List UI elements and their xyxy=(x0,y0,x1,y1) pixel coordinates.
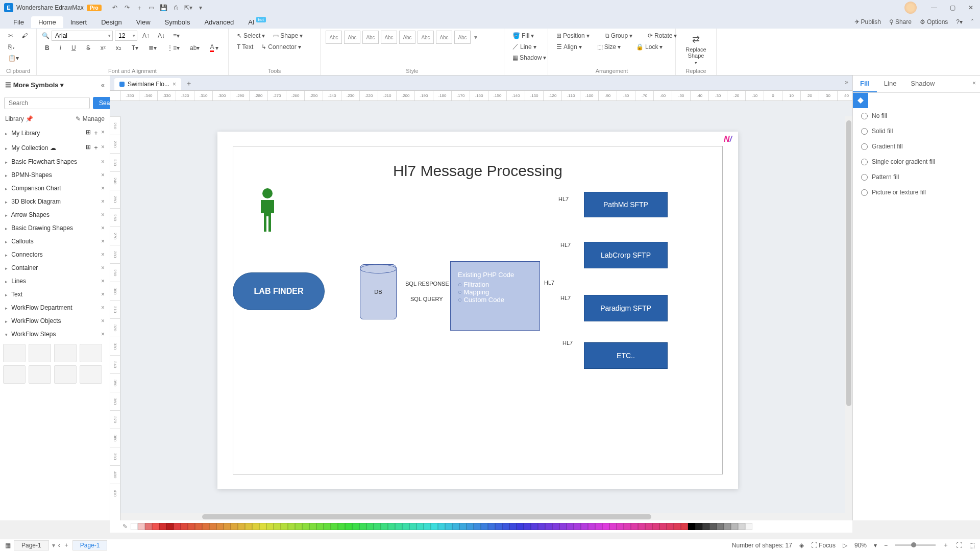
color-swatch[interactable] xyxy=(574,523,581,530)
color-swatch[interactable] xyxy=(181,523,188,530)
zoom-in-button[interactable]: ＋ xyxy=(943,541,949,549)
color-swatch[interactable] xyxy=(231,523,238,530)
color-swatch[interactable] xyxy=(467,523,474,530)
underline-button[interactable]: U xyxy=(68,43,79,53)
color-swatch[interactable] xyxy=(659,523,667,530)
color-swatch[interactable] xyxy=(645,523,652,530)
color-swatch[interactable] xyxy=(602,523,609,530)
color-swatch[interactable] xyxy=(388,523,395,530)
color-swatch[interactable] xyxy=(631,523,638,530)
library-category[interactable]: ▸ Comparison Chart× xyxy=(0,182,110,195)
color-swatch[interactable] xyxy=(488,523,495,530)
undo-button[interactable]: ↶ xyxy=(110,3,120,13)
color-swatch[interactable] xyxy=(545,523,552,530)
color-swatch[interactable] xyxy=(316,523,324,530)
color-swatch[interactable] xyxy=(402,523,409,530)
menu-ai[interactable]: AIhot xyxy=(241,16,273,28)
color-swatch[interactable] xyxy=(166,523,174,530)
line-spacing-button[interactable]: ≣▾ xyxy=(145,43,160,53)
fill-option[interactable]: Single color gradient fill xyxy=(853,154,980,169)
color-swatch[interactable] xyxy=(717,523,724,530)
share-button[interactable]: ⚲ Share xyxy=(889,18,912,26)
color-swatch[interactable] xyxy=(345,523,352,530)
fill-option[interactable]: Solid fill xyxy=(853,123,980,139)
replace-shape-button[interactable]: ⇄ Replace Shape ▾ xyxy=(681,31,711,67)
color-swatch[interactable] xyxy=(374,523,381,530)
library-category[interactable]: ▸ Basic Drawing Shapes× xyxy=(0,221,110,235)
color-swatch[interactable] xyxy=(731,523,738,530)
color-swatch[interactable] xyxy=(416,523,424,530)
style-preset[interactable]: Abc xyxy=(344,31,360,44)
color-swatch[interactable] xyxy=(359,523,366,530)
page-view-icon[interactable]: ▦ xyxy=(5,542,11,549)
library-category[interactable]: ▸ WorkFlow Department× xyxy=(0,301,110,314)
library-category[interactable]: ▸ WorkFlow Objects× xyxy=(0,314,110,328)
color-swatch[interactable] xyxy=(609,523,617,530)
library-category[interactable]: ▸ Basic Flowchart Shapes× xyxy=(0,155,110,168)
color-swatch[interactable] xyxy=(452,523,459,530)
color-swatch[interactable] xyxy=(738,523,745,530)
page-prev-button[interactable]: ‹ xyxy=(58,542,60,549)
publish-button[interactable]: ✈ Publish xyxy=(854,18,881,26)
color-swatch[interactable] xyxy=(352,523,359,530)
layers-icon[interactable]: ◈ xyxy=(799,542,804,549)
color-swatch[interactable] xyxy=(531,523,538,530)
italic-button[interactable]: I xyxy=(57,43,64,53)
collapse-ribbon-button[interactable]: ˄ xyxy=(971,18,974,26)
color-swatch[interactable] xyxy=(552,523,559,530)
color-swatch[interactable] xyxy=(152,523,159,530)
fill-option[interactable]: Gradient fill xyxy=(853,139,980,154)
text-tool-button[interactable]: T Text xyxy=(234,42,256,52)
color-swatch[interactable] xyxy=(688,523,695,530)
export-button[interactable]: ⇱▾ xyxy=(183,3,193,13)
menu-view[interactable]: View xyxy=(129,16,158,28)
eyedropper-icon[interactable]: ✎ xyxy=(122,523,128,530)
color-swatch[interactable] xyxy=(517,523,524,530)
symbol-thumb[interactable] xyxy=(80,365,102,384)
style-preset[interactable]: Abc xyxy=(454,31,471,44)
color-swatch[interactable] xyxy=(259,523,266,530)
minimize-button[interactable]: — xyxy=(925,0,943,15)
labfinder-shape[interactable]: LAB FINDER xyxy=(233,272,325,310)
color-swatch[interactable] xyxy=(381,523,388,530)
strike-button[interactable]: S̶ xyxy=(83,43,93,53)
menu-design[interactable]: Design xyxy=(94,16,129,28)
color-swatch[interactable] xyxy=(252,523,259,530)
color-swatch[interactable] xyxy=(324,523,331,530)
close-button[interactable]: ✕ xyxy=(962,0,980,15)
fill-option[interactable]: Picture or texture fill xyxy=(853,185,980,200)
color-swatch[interactable] xyxy=(495,523,502,530)
color-swatch[interactable] xyxy=(674,523,681,530)
style-preset[interactable]: Abc xyxy=(381,31,397,44)
color-swatch[interactable] xyxy=(667,523,674,530)
fit-page-button[interactable]: ⛶ xyxy=(956,542,962,549)
font-color-button[interactable]: A▾ xyxy=(207,42,222,54)
lock-button[interactable]: 🔒 Lock▾ xyxy=(633,42,666,52)
color-swatch[interactable] xyxy=(131,523,138,530)
style-preset[interactable]: Abc xyxy=(436,31,452,44)
color-swatch[interactable] xyxy=(302,523,309,530)
shadow-button[interactable]: ▦ Shadow▾ xyxy=(509,53,543,63)
color-swatch[interactable] xyxy=(724,523,731,530)
h-scrollbar[interactable] xyxy=(120,513,852,520)
focus-button[interactable]: ⛶ Focus xyxy=(811,542,836,549)
color-swatch[interactable] xyxy=(638,523,645,530)
page-tab[interactable]: Page-1 xyxy=(14,540,49,550)
color-swatch[interactable] xyxy=(474,523,481,530)
fill-option[interactable]: Pattern fill xyxy=(853,169,980,185)
color-swatch[interactable] xyxy=(395,523,402,530)
color-swatch[interactable] xyxy=(202,523,209,530)
symbol-thumb[interactable] xyxy=(29,365,51,384)
style-preset[interactable]: Abc xyxy=(326,31,342,44)
collapse-left-button[interactable]: « xyxy=(101,81,105,89)
library-category[interactable]: ▸ My Library⊞ ＋ × xyxy=(0,126,110,140)
color-swatch[interactable] xyxy=(274,523,281,530)
page-tab-active[interactable]: Page-1 xyxy=(72,540,108,550)
color-swatch[interactable] xyxy=(145,523,152,530)
style-preset[interactable]: Abc xyxy=(362,31,379,44)
manage-button[interactable]: ✎ Manage xyxy=(76,115,105,122)
symbol-thumb[interactable] xyxy=(54,365,77,384)
bold-button[interactable]: B xyxy=(42,43,53,53)
menu-insert[interactable]: Insert xyxy=(63,16,94,28)
paste-button[interactable]: 📋▾ xyxy=(5,53,22,63)
